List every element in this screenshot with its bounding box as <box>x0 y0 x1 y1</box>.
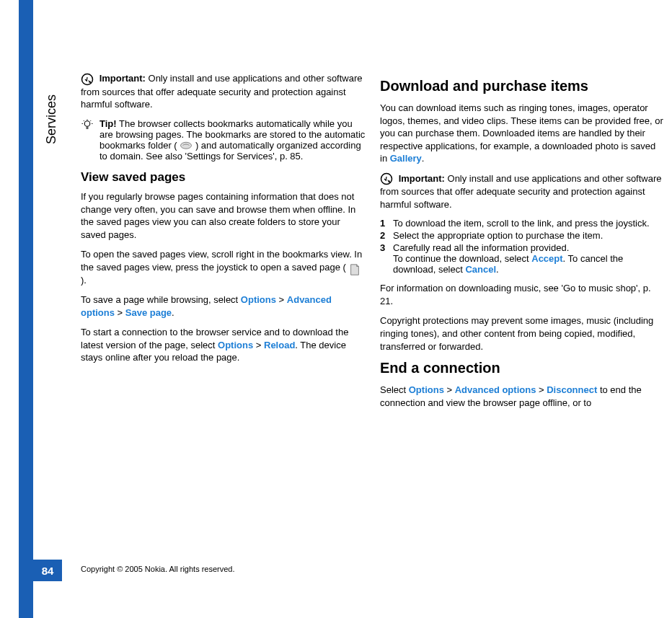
heading-end-connection: End a connection <box>380 360 665 376</box>
important-icon <box>81 73 94 86</box>
options-link-1: Options <box>241 294 276 305</box>
p3-period: . <box>172 307 174 318</box>
gt-1: > <box>276 294 287 305</box>
tip-label: Tip! <box>100 118 117 129</box>
step-2-num: 2 <box>380 230 393 241</box>
section-tab-text: Services <box>45 94 60 144</box>
step-2: 2 Select the appropriate option to purch… <box>380 230 665 241</box>
disconnect-link: Disconnect <box>547 384 597 395</box>
right-column: Download and purchase items You can down… <box>380 72 665 416</box>
gt-4: > <box>444 384 455 395</box>
saved-page-icon <box>348 263 361 273</box>
download-para-1: You can download items such as ringing t… <box>380 102 665 165</box>
gt-5: > <box>536 384 547 395</box>
saved-pages-para-2: To open the saved pages view, scroll rig… <box>81 248 366 286</box>
save-page-link: Save page <box>125 307 172 318</box>
left-column: Important: Only install and use applicat… <box>81 72 366 416</box>
page-number-text: 84 <box>42 565 54 577</box>
accept-link: Accept <box>531 253 562 264</box>
options-link-3: Options <box>409 384 444 395</box>
step-3a: Carefully read all the information provi… <box>393 242 665 253</box>
step-1: 1 To download the item, scroll to the li… <box>380 218 665 229</box>
important-note-2: Important: Only install and use applicat… <box>380 172 665 211</box>
important-label-2: Important: <box>399 173 445 184</box>
s3b-a: To continue the download, select <box>393 253 531 264</box>
download-para-3: Copyright protections may prevent some i… <box>380 314 665 353</box>
svg-point-1 <box>84 120 90 126</box>
step-1-text: To download the item, scroll to the link… <box>393 218 665 229</box>
important-note-1: Important: Only install and use applicat… <box>81 72 366 111</box>
p2-b: ). <box>81 275 87 286</box>
important-icon-2 <box>380 172 393 185</box>
p2-a: To open the saved pages view, scroll rig… <box>81 249 362 273</box>
gt-2: > <box>115 307 125 318</box>
gt-3: > <box>253 340 264 350</box>
important-label: Important: <box>100 73 146 84</box>
download-para-2: For information on downloading music, se… <box>380 282 665 307</box>
svg-point-2 <box>181 142 192 149</box>
step-3-num: 3 <box>380 242 393 275</box>
side-stripe <box>19 0 33 618</box>
tip-block: Tip! The browser collects bookmarks auto… <box>81 118 366 162</box>
heading-view-saved-pages: View saved pages <box>81 170 366 185</box>
options-link-2: Options <box>218 340 253 350</box>
step-3b: To continue the download, select Accept.… <box>393 253 665 275</box>
step-2-text: Select the appropriate option to purchas… <box>393 230 665 241</box>
saved-pages-para-1: If you regularly browse pages containing… <box>81 190 366 241</box>
tip-icon <box>81 118 94 131</box>
advanced-options-link-2: Advanced options <box>455 384 536 395</box>
reload-link: Reload <box>264 340 295 350</box>
cancel-link: Cancel <box>465 264 496 275</box>
p3-a: To save a page while browsing, select <box>81 294 241 305</box>
section-tab: Services <box>43 76 61 162</box>
step-3: 3 Carefully read all the information pro… <box>380 242 665 275</box>
step-1-num: 1 <box>380 218 393 229</box>
gallery-link: Gallery <box>390 153 422 164</box>
saved-pages-para-3: To save a page while browsing, select Op… <box>81 293 366 319</box>
s3b-period: . <box>496 264 499 275</box>
copyright-text: Copyright © 2005 Nokia. All rights reser… <box>81 565 235 573</box>
ep-a: Select <box>380 384 409 395</box>
bookmark-folder-icon <box>180 141 193 151</box>
heading-download-purchase: Download and purchase items <box>380 78 665 94</box>
saved-pages-para-4: To start a connection to the browser ser… <box>81 326 366 364</box>
page-number: 84 <box>33 560 62 581</box>
dp1-period: . <box>422 153 425 164</box>
end-para-1: Select Options > Advanced options > Disc… <box>380 384 665 409</box>
